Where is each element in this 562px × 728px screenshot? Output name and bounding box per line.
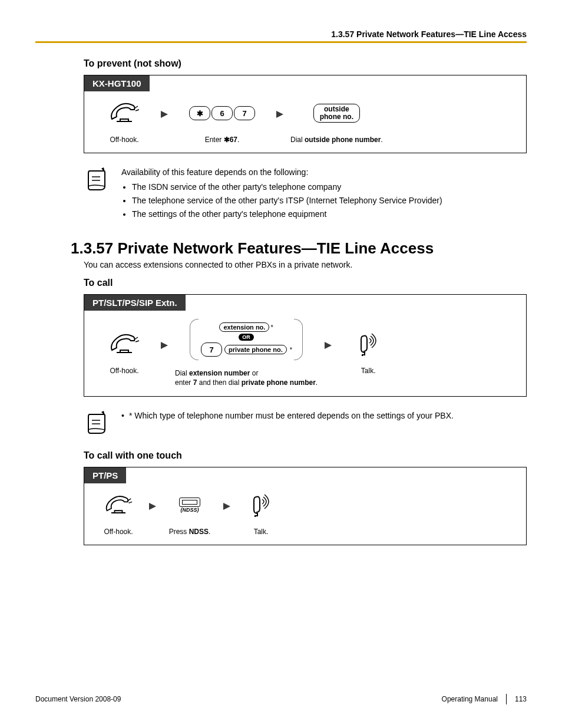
- section-title-onetouch: To call with one touch: [84, 450, 527, 461]
- step-talk: Talk.: [339, 331, 398, 375]
- step-talk: Talk.: [237, 492, 285, 536]
- note-bullet: The telephone service of the other party…: [132, 195, 527, 207]
- footer-divider: [506, 694, 507, 704]
- note-pbx-text: * Which type of telephone number must be…: [129, 410, 454, 422]
- footer-manual-label: Operating Manual: [442, 695, 498, 703]
- talk-icon: [355, 332, 381, 356]
- pill-extension-no: extension no.: [219, 322, 269, 332]
- step-dial-outside-label: Dial outside phone number.: [290, 135, 383, 144]
- proc-tab-call: PT/SLT/PS/SIP Extn.: [84, 295, 186, 311]
- arrow-icon: [148, 502, 157, 511]
- svg-marker-1: [276, 111, 283, 118]
- key-7: 7: [201, 342, 222, 357]
- step-offhook-label: Off-hook.: [110, 366, 138, 375]
- talk-icon: [248, 493, 274, 517]
- procedure-prevent: KX-HGT100 Off-hook. ✱ 6: [84, 75, 527, 153]
- step-dial-outside: outside phone no. Dial outside phone num…: [290, 100, 383, 144]
- note-intro: Availability of this feature depends on …: [121, 166, 527, 179]
- step-offhook: Off-hook.: [95, 100, 154, 144]
- pill-outside: outside phone no.: [313, 104, 360, 123]
- arrow-icon: [275, 110, 285, 119]
- footer-left: Document Version 2008-09: [35, 695, 121, 703]
- arrow-icon: [160, 341, 169, 350]
- bullet-dot: •: [121, 410, 124, 422]
- key-7: 7: [234, 106, 255, 120]
- section-heading: 1.3.57 Private Network Features—TIE Line…: [71, 239, 527, 258]
- arrow-icon: [323, 341, 333, 350]
- step-offhook-label: Off-hook.: [110, 135, 138, 144]
- note-icon: [84, 410, 111, 437]
- svg-marker-5: [325, 342, 332, 349]
- note-icon: [84, 166, 111, 193]
- header-breadcrumb: 1.3.57 Private Network Features—TIE Line…: [35, 29, 527, 39]
- svg-marker-4: [161, 342, 168, 349]
- ndss-button-icon: (NDSS): [179, 498, 200, 513]
- step-ndss: (NDSS) Press NDSS.: [163, 492, 216, 536]
- svg-marker-9: [223, 503, 230, 510]
- page-footer: Document Version 2008-09 Operating Manua…: [35, 694, 527, 704]
- handset-icon: [108, 332, 140, 356]
- section-title-prevent: To prevent (not show): [84, 58, 527, 69]
- arrow-icon: [222, 502, 232, 511]
- proc-tab-prevent: KX-HGT100: [84, 75, 150, 91]
- procedure-call: PT/SLT/PS/SIP Extn. Off-hook.: [84, 294, 527, 396]
- step-dial-label: Dial extension number or enter 7 and the…: [175, 368, 318, 387]
- pill-private-no: private phone no.: [224, 345, 287, 354]
- step-enter-code-label: Enter ✱67.: [205, 135, 240, 144]
- handset-icon: [108, 101, 140, 125]
- step-offhook: Off-hook.: [95, 331, 154, 375]
- key-star: ✱: [189, 106, 210, 120]
- step-dial-ext-or-priv: extension no.* OR 7 private phone no.* D…: [175, 319, 318, 387]
- footer-page-number: 113: [515, 695, 527, 703]
- step-offhook-label: Off-hook.: [104, 527, 133, 536]
- note-pbx: • * Which type of telephone number must …: [84, 410, 527, 439]
- step-ndss-label: Press NDSS.: [169, 527, 211, 536]
- step-talk-label: Talk.: [254, 527, 269, 536]
- proc-tab-onetouch: PT/PS: [84, 467, 126, 483]
- section-intro: You can access extensions connected to o…: [84, 260, 527, 269]
- or-badge: OR: [239, 334, 254, 341]
- step-talk-label: Talk.: [361, 366, 376, 375]
- procedure-onetouch: PT/PS Off-hook. (: [84, 467, 527, 545]
- svg-marker-8: [149, 503, 156, 510]
- key-6: 6: [211, 106, 233, 120]
- note-bullet: The ISDN service of the other party's te…: [132, 181, 527, 193]
- bracket-group: extension no.* OR 7 private phone no.*: [190, 319, 303, 360]
- note-bullet: The settings of the other party's teleph…: [132, 208, 527, 220]
- section-title-call: To call: [84, 278, 527, 288]
- note-availability: Availability of this feature depends on …: [84, 166, 527, 222]
- handset-icon: [104, 494, 133, 516]
- arrow-icon: [160, 110, 169, 119]
- step-enter-code: ✱ 6 7 Enter ✱67.: [175, 100, 269, 144]
- header-rule: [35, 41, 527, 43]
- step-offhook: Off-hook.: [95, 492, 142, 536]
- svg-marker-0: [161, 111, 168, 118]
